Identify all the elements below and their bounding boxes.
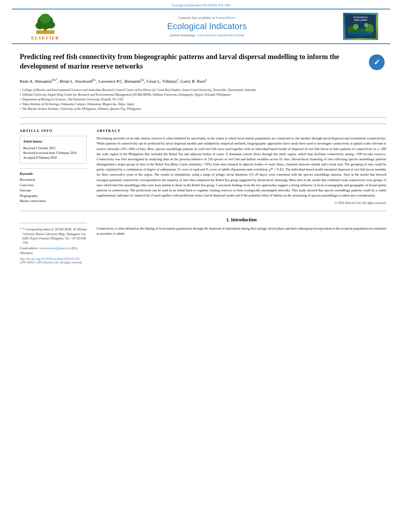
author5-name: , Garry R. Russ — [179, 79, 205, 83]
crossmark-badge[interactable]: ✓ CrossMark — [368, 54, 386, 72]
left-column: ARTICLE INFO Article history: Received 1… — [20, 129, 87, 205]
elsevier-tree-icon — [30, 13, 61, 35]
footnote-area: * * Corresponding author at: SUAKCREM, 2… — [20, 223, 87, 255]
authors-line: Rene A. Abesamisa,b,*, Brian L. Stockwel… — [20, 78, 386, 85]
footnote-star: * * Corresponding author at: SUAKCREM, 2… — [20, 227, 87, 255]
svg-point-14 — [353, 24, 359, 30]
affiliation-item: aCollege of Marine and Environmental Sci… — [20, 88, 386, 93]
main-content: Predicting reef fish connectivity from b… — [0, 44, 402, 272]
accepted-date: Accepted 9 February 2016 — [23, 156, 83, 160]
affiliation-item: eThe Marine Science Institute, Universit… — [20, 107, 386, 111]
journal-homepage: journal homepage: www.elsevier.com/locat… — [75, 33, 339, 37]
contents-line: Contents lists available at ScienceDirec… — [75, 16, 339, 20]
introduction-section: * * Corresponding author at: SUAKCREM, 2… — [20, 217, 386, 264]
author5-sup: a — [205, 78, 207, 82]
svg-text:CrossMark: CrossMark — [372, 68, 382, 70]
elsevier-logo: ELSEVIER — [20, 13, 71, 40]
corresponding-author-note: * Corresponding author at: SUAKCREM, 2F … — [22, 227, 87, 245]
author3-name: , Lawrence P.C. Bernardo — [96, 79, 141, 83]
article-info-box: Article history: Received 1 October 2015… — [20, 136, 87, 164]
intro-heading: 1. Introduction — [97, 217, 386, 223]
affil-text: Silliman University Angelo King Centre f… — [22, 93, 231, 97]
keyword-item: Coral reefs — [20, 183, 87, 188]
intro-right-col: 1. Introduction Connectivity is often de… — [97, 217, 386, 264]
article-title-section: Predicting reef fish connectivity from b… — [20, 52, 386, 72]
keyword-item: Biogeography — [20, 193, 87, 199]
intro-paragraph: Connectivity is often defined as the lin… — [97, 226, 386, 236]
elsevier-logo-section: ELSEVIER — [20, 13, 71, 40]
affiliations: aCollege of Marine and Environmental Sci… — [20, 88, 386, 111]
affil-text: The Marine Science Institute, University… — [22, 107, 141, 111]
affil-text: College of Marine and Environmental Scie… — [22, 88, 256, 93]
svg-point-3 — [35, 22, 44, 29]
homepage-link[interactable]: www.elsevier.com/locate/ecolind — [197, 33, 244, 37]
sciencedirect-link[interactable]: ScienceDirect — [216, 16, 235, 20]
author1-name: Rene A. Abesamis — [20, 79, 52, 83]
svg-point-15 — [364, 23, 368, 27]
affil-sup: c — [20, 97, 21, 102]
journal-header-center: Contents lists available at ScienceDirec… — [75, 16, 339, 37]
keyword-item: Recruitment — [20, 177, 87, 183]
affil-text: Department of Biological Sciences, Old D… — [22, 97, 123, 102]
affiliation-item: cDepartment of Biological Sciences, Old … — [20, 97, 386, 102]
affil-text: Tokyo Institute of Technology, Ookayama … — [22, 102, 135, 107]
affil-sup: e — [20, 107, 21, 111]
abstract-text: Developing networks of no-take marine re… — [97, 136, 386, 198]
affil-sup: b — [20, 93, 21, 97]
author1-sup: a,b,* — [52, 78, 58, 82]
right-column: ABSTRACT Developing networks of no-take … — [97, 129, 386, 205]
email-line: E-mail address: rene.abesamis@gmail.com … — [20, 246, 87, 255]
keywords-list: RecruitmentCoral reefsSeascapeBiogeograp… — [20, 177, 87, 204]
email-link[interactable]: rene.abesamis@gmail.com — [39, 247, 71, 250]
star-symbol: * — [20, 227, 21, 245]
svg-text:INDICATORS: INDICATORS — [354, 19, 367, 21]
received-date: Received 1 October 2015 — [23, 146, 83, 151]
abstract-paragraph: Developing networks of no-take marine re… — [97, 136, 386, 198]
doi-link[interactable]: http://dx.doi.org/10.1016/j.ecolind.2016… — [20, 257, 87, 261]
svg-point-5 — [40, 13, 51, 23]
svg-point-13 — [347, 31, 375, 36]
journal-cover-image: ECOLOGICAL INDICATORS — [343, 13, 378, 40]
divider-line — [20, 117, 386, 118]
page-wrapper: Ecological Indicators 66 (2016) 534–544 … — [0, 0, 402, 272]
journal-header: ELSEVIER Contents lists available at Sci… — [12, 9, 390, 44]
author2-sup: b,c — [93, 78, 96, 82]
author3-sup: d,e — [141, 78, 144, 82]
keywords-label: Keywords: — [20, 172, 87, 176]
email-prefix: E-mail address: — [20, 247, 38, 250]
abstract-copyright: © 2016 Elsevier Ltd. All rights reserved… — [97, 201, 386, 205]
journal-title-header: Ecological Indicators — [75, 21, 339, 32]
revised-date: Received in revised form 5 February 2016 — [23, 151, 83, 156]
keywords-box: Keywords: RecruitmentCoral reefsSeascape… — [20, 169, 87, 204]
article-info-heading: ARTICLE INFO — [20, 129, 87, 133]
keyword-item: Marine conservation — [20, 198, 87, 204]
affil-sup: d — [20, 102, 21, 107]
svg-text:ECOLOGICAL: ECOLOGICAL — [354, 16, 368, 19]
elsevier-wordmark: ELSEVIER — [31, 35, 60, 40]
author2-name: , Brian L. Stockwell — [58, 79, 93, 83]
journal-cover-section: ECOLOGICAL INDICATORS — [343, 13, 382, 40]
svg-text:✓: ✓ — [374, 58, 380, 67]
affiliation-item: bSilliman University Angelo King Centre … — [20, 93, 386, 97]
svg-rect-6 — [36, 30, 54, 34]
article-title: Predicting reef fish connectivity from b… — [20, 52, 368, 71]
journal-citation: Ecological Indicators 66 (2016) 534–544 — [172, 3, 230, 7]
author4-name: , Cesar L. Villanoy — [144, 79, 177, 83]
affiliation-item: dTokyo Institute of Technology, Ookayama… — [20, 102, 386, 107]
affil-sup: a — [20, 88, 21, 93]
divider-line-2 — [20, 211, 386, 211]
article-history-label: Article history: — [23, 139, 83, 145]
keyword-item: Seascape — [20, 188, 87, 193]
journal-citation-bar: Ecological Indicators 66 (2016) 534–544 — [0, 0, 402, 9]
footer-copyright: 1470-160X/© 2016 Elsevier Ltd. All right… — [20, 261, 87, 264]
intro-text: Connectivity is often defined as the lin… — [97, 226, 386, 236]
abstract-heading: ABSTRACT — [97, 129, 386, 133]
two-col-layout: ARTICLE INFO Article history: Received 1… — [20, 124, 386, 205]
intro-left-col: * * Corresponding author at: SUAKCREM, 2… — [20, 217, 87, 264]
